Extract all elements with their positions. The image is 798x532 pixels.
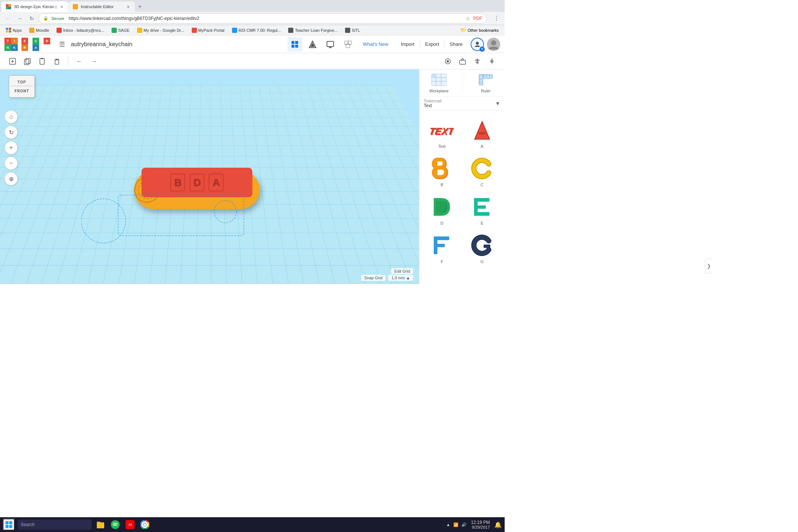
export-button[interactable]: Export — [420, 39, 444, 49]
forward-button[interactable]: → — [15, 13, 25, 24]
project-name[interactable]: autrybreanna_keychain — [71, 41, 283, 48]
redo-button[interactable]: → — [88, 55, 101, 68]
sage-favicon — [112, 28, 117, 33]
whats-new-button[interactable]: What's New — [358, 39, 393, 49]
workplane-section[interactable]: Workplane — [429, 72, 449, 93]
bookmark-sage-label: SAGE — [118, 28, 130, 33]
logo-empty — [44, 44, 50, 51]
svg-rect-29 — [460, 60, 466, 64]
bookmark-moodle[interactable]: Moodle — [26, 27, 52, 34]
svg-marker-55 — [475, 123, 489, 139]
tab-2[interactable]: Instructable Editor ✕ — [68, 1, 135, 12]
bookmark-603[interactable]: 603 CMR 7.00: Regul... — [229, 27, 284, 34]
svg-rect-15 — [346, 44, 350, 48]
shape-item-text[interactable]: TEXT TEXT Text — [422, 114, 462, 151]
bookmark-teacherloan[interactable]: Teacher Loan Forgive... — [285, 27, 341, 34]
svg-marker-56 — [478, 132, 486, 134]
bookmark-apps[interactable]: Apps — [3, 27, 25, 34]
bookmark-sitl[interactable]: SiTL — [342, 27, 363, 34]
extensions-btn[interactable]: ⋮ — [491, 13, 502, 24]
keychain-3d-shape: B D A — [134, 168, 260, 212]
ruler-section[interactable]: Ruler — [477, 72, 495, 93]
svg-rect-26 — [55, 60, 59, 64]
tinkercad-logo[interactable]: T I N K — [4, 38, 18, 51]
bookmark-sage[interactable]: SAGE — [109, 27, 133, 34]
shape-item-g[interactable]: G — [463, 229, 502, 267]
zoom-out-button[interactable]: − — [4, 157, 18, 170]
menu-button[interactable]: ☰ — [58, 39, 66, 50]
svg-point-18 — [491, 40, 496, 45]
tab-1[interactable]: 3D design Epic Kieran | ✕ — [1, 1, 68, 12]
snap-button[interactable] — [441, 55, 454, 68]
refresh-button[interactable]: ↻ — [27, 13, 37, 24]
address-bar[interactable]: 🔒 Secure https://www.tinkercad.com/thing… — [38, 13, 487, 24]
back-button[interactable]: ← — [3, 13, 13, 24]
tinker-button[interactable] — [305, 37, 320, 52]
svg-rect-72 — [434, 236, 437, 254]
mypack-favicon — [192, 28, 197, 33]
grid-view-button[interactable] — [287, 37, 302, 52]
browser-window: 3D design Epic Kieran | ✕ Instructable E… — [0, 0, 505, 35]
whats-new-label: What's New — [363, 41, 388, 47]
svg-rect-31 — [475, 59, 480, 61]
cube-front-label: FRONT — [14, 89, 29, 93]
bookmark-drive[interactable]: My drive - Google Dr... — [134, 27, 187, 34]
shape-item-d[interactable]: D — [422, 191, 462, 228]
cube-divider — [11, 86, 33, 86]
new-icon — [9, 58, 16, 65]
tab-1-close[interactable]: ✕ — [59, 4, 64, 10]
align-button[interactable] — [471, 55, 484, 68]
user-avatar[interactable] — [487, 38, 500, 51]
paste-button[interactable] — [35, 55, 49, 68]
share-button[interactable]: Share — [444, 39, 468, 49]
toolbar-right — [441, 55, 499, 68]
letter-D: D — [190, 174, 204, 191]
bookmark-inbox[interactable]: Inbox - bdautry@ncs... — [54, 27, 107, 34]
tc-header: T I N K E R C A D — [0, 35, 505, 53]
cube-box[interactable]: TOP FRONT — [9, 75, 35, 98]
bookmark-icon[interactable]: ☆ — [466, 16, 470, 21]
shapes-dropdown[interactable]: Tinkercad Text ▼ — [419, 96, 505, 111]
tinker-icon — [308, 40, 317, 48]
orbit-button[interactable]: ↻ — [4, 126, 18, 139]
bookmark-inbox-label: Inbox - bdautry@ncs... — [63, 28, 104, 33]
right-panel: Workplane — [419, 69, 505, 284]
bookmark-mypack-label: MyPack Portal — [198, 28, 225, 33]
view-cube[interactable]: TOP FRONT — [9, 75, 35, 105]
shape-item-f[interactable]: F — [422, 229, 462, 267]
import-button[interactable]: Import — [396, 39, 420, 49]
shapes-grid: TEXT TEXT Text — [419, 111, 505, 270]
user-icon — [474, 41, 481, 48]
snap-grid-value[interactable]: 1.0 mm ▲ — [388, 275, 413, 281]
shape-item-c[interactable]: C — [463, 152, 502, 190]
undo-button[interactable]: ← — [73, 55, 86, 68]
tab-2-close[interactable]: ✕ — [126, 4, 130, 10]
svg-rect-32 — [476, 62, 479, 63]
new-button[interactable] — [6, 55, 19, 68]
shape-item-a[interactable]: A — [463, 114, 502, 151]
canvas-area[interactable]: TOP FRONT ⌂ ↻ + − ⊕ — [0, 69, 419, 284]
learn-button[interactable] — [323, 37, 338, 52]
delete-button[interactable] — [50, 55, 64, 68]
shape-button[interactable] — [456, 55, 469, 68]
svg-rect-13 — [345, 41, 348, 44]
copy-button[interactable] — [21, 55, 34, 68]
shape-item-e[interactable]: E — [463, 191, 502, 228]
canvas-object[interactable]: B D A — [134, 168, 260, 212]
shape-item-b[interactable]: B — [422, 152, 462, 190]
bookmark-mypack[interactable]: MyPack Portal — [189, 27, 228, 34]
add-user-button[interactable]: + — [471, 38, 484, 51]
group-button[interactable] — [341, 37, 355, 52]
fit-button[interactable]: ⊕ — [4, 172, 18, 185]
new-tab-button[interactable]: + — [135, 1, 145, 12]
mirror-button[interactable] — [485, 55, 499, 68]
inbox-favicon — [57, 28, 62, 33]
shape-name-b: B — [441, 183, 443, 187]
shape-img-b — [430, 157, 454, 180]
drive-favicon — [137, 28, 142, 33]
edit-grid-label[interactable]: Edit Grid — [391, 268, 413, 274]
home-view-button[interactable]: ⌂ — [4, 110, 18, 123]
shape-img-e — [470, 195, 494, 219]
other-bookmarks[interactable]: 📁 Other bookmarks — [457, 27, 502, 34]
zoom-in-button[interactable]: + — [4, 141, 18, 154]
